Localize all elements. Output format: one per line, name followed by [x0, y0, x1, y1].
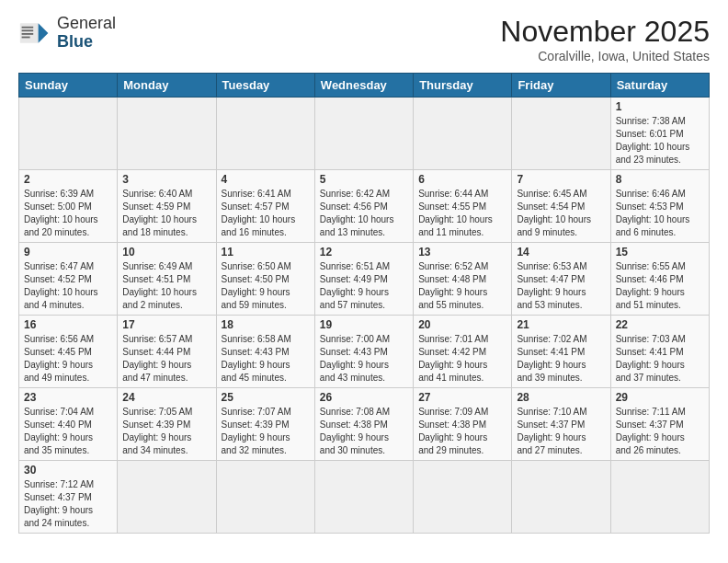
- day-number: 21: [517, 318, 605, 331]
- day-info: Sunrise: 6:52 AM Sunset: 4:48 PM Dayligh…: [418, 260, 506, 312]
- logo-general: General: [57, 15, 116, 33]
- logo-text: General Blue: [57, 15, 116, 52]
- day-number: 4: [222, 173, 310, 186]
- table-row: 6Sunrise: 6:44 AM Sunset: 4:55 PM Daylig…: [414, 170, 512, 243]
- svg-marker-1: [39, 23, 49, 43]
- table-row: [314, 98, 413, 170]
- day-number: 27: [418, 391, 506, 404]
- day-info: Sunrise: 6:44 AM Sunset: 4:55 PM Dayligh…: [418, 188, 506, 239]
- day-info: Sunrise: 7:11 AM Sunset: 4:37 PM Dayligh…: [616, 406, 704, 457]
- calendar-row: 16Sunrise: 6:56 AM Sunset: 4:45 PM Dayli…: [19, 316, 710, 388]
- table-row: 23Sunrise: 7:04 AM Sunset: 4:40 PM Dayli…: [19, 388, 118, 461]
- day-number: 30: [24, 464, 112, 477]
- day-info: Sunrise: 7:38 AM Sunset: 6:01 PM Dayligh…: [616, 115, 704, 167]
- day-info: Sunrise: 6:49 AM Sunset: 4:51 PM Dayligh…: [122, 260, 210, 312]
- day-info: Sunrise: 6:50 AM Sunset: 4:50 PM Dayligh…: [222, 260, 310, 312]
- table-row: [512, 98, 610, 170]
- day-info: Sunrise: 6:53 AM Sunset: 4:47 PM Dayligh…: [517, 260, 605, 312]
- month-title: November 2025: [500, 15, 710, 49]
- calendar-header-row: Sunday Monday Tuesday Wednesday Thursday…: [19, 74, 710, 98]
- table-row: 16Sunrise: 6:56 AM Sunset: 4:45 PM Dayli…: [19, 316, 118, 388]
- day-number: 17: [122, 318, 210, 331]
- day-info: Sunrise: 7:03 AM Sunset: 4:41 PM Dayligh…: [616, 333, 704, 385]
- calendar-row: 2Sunrise: 6:39 AM Sunset: 5:00 PM Daylig…: [19, 170, 710, 243]
- day-info: Sunrise: 7:04 AM Sunset: 4:40 PM Dayligh…: [24, 406, 112, 457]
- day-info: Sunrise: 7:10 AM Sunset: 4:37 PM Dayligh…: [517, 406, 605, 457]
- day-info: Sunrise: 6:57 AM Sunset: 4:44 PM Dayligh…: [122, 333, 210, 385]
- day-number: 25: [222, 391, 310, 404]
- page: General Blue November 2025 Coralville, I…: [0, 0, 728, 563]
- day-info: Sunrise: 7:00 AM Sunset: 4:43 PM Dayligh…: [320, 333, 408, 385]
- col-thursday: Thursday: [414, 74, 512, 98]
- day-number: 5: [320, 173, 408, 186]
- day-info: Sunrise: 7:12 AM Sunset: 4:37 PM Dayligh…: [24, 478, 112, 530]
- day-number: 28: [517, 391, 605, 404]
- svg-rect-3: [22, 29, 34, 31]
- logo-icon: [18, 17, 51, 50]
- day-number: 13: [418, 246, 506, 259]
- day-number: 15: [616, 246, 704, 259]
- title-block: November 2025 Coralville, Iowa, United S…: [500, 15, 710, 63]
- table-row: [216, 461, 314, 534]
- table-row: [19, 98, 118, 170]
- col-monday: Monday: [118, 74, 216, 98]
- day-number: 18: [222, 318, 310, 331]
- table-row: 15Sunrise: 6:55 AM Sunset: 4:46 PM Dayli…: [610, 243, 709, 316]
- table-row: [414, 98, 512, 170]
- location-subtitle: Coralville, Iowa, United States: [500, 49, 710, 63]
- day-info: Sunrise: 6:55 AM Sunset: 4:46 PM Dayligh…: [616, 260, 704, 312]
- table-row: 21Sunrise: 7:02 AM Sunset: 4:41 PM Dayli…: [512, 316, 610, 388]
- table-row: 27Sunrise: 7:09 AM Sunset: 4:38 PM Dayli…: [414, 388, 512, 461]
- day-number: 6: [418, 173, 506, 186]
- day-number: 10: [122, 246, 210, 259]
- day-info: Sunrise: 7:05 AM Sunset: 4:39 PM Dayligh…: [122, 406, 210, 457]
- day-number: 22: [616, 318, 704, 331]
- table-row: 1Sunrise: 7:38 AM Sunset: 6:01 PM Daylig…: [610, 98, 709, 170]
- day-info: Sunrise: 7:08 AM Sunset: 4:38 PM Dayligh…: [320, 406, 408, 457]
- table-row: [512, 461, 610, 534]
- svg-rect-2: [22, 27, 34, 29]
- day-number: 3: [122, 173, 210, 186]
- day-number: 12: [320, 246, 408, 259]
- table-row: 17Sunrise: 6:57 AM Sunset: 4:44 PM Dayli…: [118, 316, 216, 388]
- day-number: 16: [24, 318, 112, 331]
- table-row: 2Sunrise: 6:39 AM Sunset: 5:00 PM Daylig…: [19, 170, 118, 243]
- day-number: 1: [616, 100, 704, 113]
- calendar-row: 30Sunrise: 7:12 AM Sunset: 4:37 PM Dayli…: [19, 461, 710, 534]
- table-row: [610, 461, 709, 534]
- table-row: 29Sunrise: 7:11 AM Sunset: 4:37 PM Dayli…: [610, 388, 709, 461]
- table-row: [414, 461, 512, 534]
- table-row: 4Sunrise: 6:41 AM Sunset: 4:57 PM Daylig…: [216, 170, 314, 243]
- day-number: 14: [517, 246, 605, 259]
- day-number: 2: [24, 173, 112, 186]
- col-tuesday: Tuesday: [216, 74, 314, 98]
- day-number: 7: [517, 173, 605, 186]
- day-info: Sunrise: 6:40 AM Sunset: 4:59 PM Dayligh…: [122, 188, 210, 239]
- col-friday: Friday: [512, 74, 610, 98]
- table-row: 3Sunrise: 6:40 AM Sunset: 4:59 PM Daylig…: [118, 170, 216, 243]
- day-info: Sunrise: 6:58 AM Sunset: 4:43 PM Dayligh…: [222, 333, 310, 385]
- day-info: Sunrise: 7:07 AM Sunset: 4:39 PM Dayligh…: [222, 406, 310, 457]
- table-row: 12Sunrise: 6:51 AM Sunset: 4:49 PM Dayli…: [314, 243, 413, 316]
- table-row: [118, 98, 216, 170]
- table-row: 25Sunrise: 7:07 AM Sunset: 4:39 PM Dayli…: [216, 388, 314, 461]
- table-row: [216, 98, 314, 170]
- table-row: 22Sunrise: 7:03 AM Sunset: 4:41 PM Dayli…: [610, 316, 709, 388]
- day-number: 9: [24, 246, 112, 259]
- day-number: 24: [122, 391, 210, 404]
- table-row: 19Sunrise: 7:00 AM Sunset: 4:43 PM Dayli…: [314, 316, 413, 388]
- day-number: 11: [222, 246, 310, 259]
- day-info: Sunrise: 7:09 AM Sunset: 4:38 PM Dayligh…: [418, 406, 506, 457]
- day-info: Sunrise: 6:39 AM Sunset: 5:00 PM Dayligh…: [24, 188, 112, 239]
- svg-rect-4: [22, 33, 34, 35]
- logo-blue: Blue: [57, 33, 116, 52]
- day-number: 19: [320, 318, 408, 331]
- col-sunday: Sunday: [19, 74, 118, 98]
- day-info: Sunrise: 6:46 AM Sunset: 4:53 PM Dayligh…: [616, 188, 704, 239]
- day-info: Sunrise: 6:42 AM Sunset: 4:56 PM Dayligh…: [320, 188, 408, 239]
- day-number: 29: [616, 391, 704, 404]
- day-number: 26: [320, 391, 408, 404]
- day-number: 23: [24, 391, 112, 404]
- table-row: 11Sunrise: 6:50 AM Sunset: 4:50 PM Dayli…: [216, 243, 314, 316]
- day-number: 8: [616, 173, 704, 186]
